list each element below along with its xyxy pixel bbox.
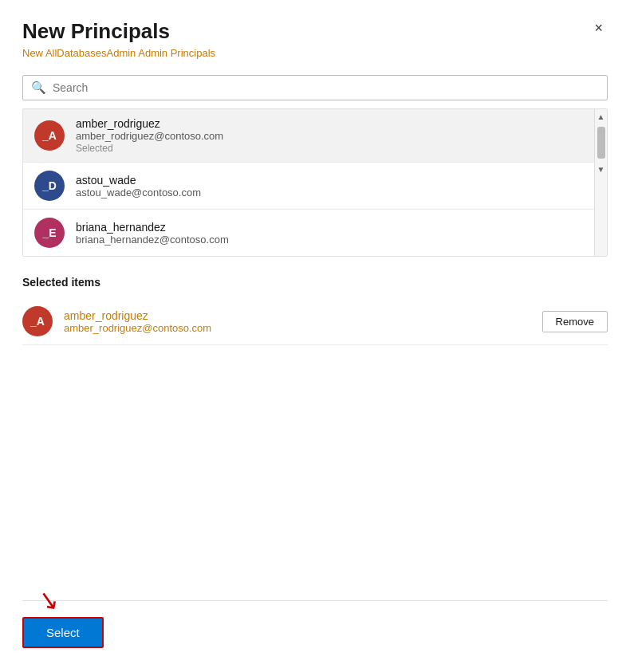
list-item[interactable]: _D astou_wade astou_wade@contoso.com bbox=[23, 163, 594, 210]
item-email: amber_rodriguez@contoso.com bbox=[76, 130, 223, 142]
dialog-header: New Principals × bbox=[22, 19, 608, 44]
list-item[interactable]: _A amber_rodriguez amber_rodriguez@conto… bbox=[23, 109, 594, 163]
item-info: astou_wade astou_wade@contoso.com bbox=[76, 174, 201, 198]
dialog-subtitle: New AllDatabasesAdmin Admin Principals bbox=[22, 47, 608, 59]
new-principals-dialog: New Principals × New AllDatabasesAdmin A… bbox=[0, 0, 630, 672]
item-name: briana_hernandez bbox=[76, 221, 229, 234]
arrow-container: ↘ Select bbox=[22, 617, 104, 648]
avatar: _E bbox=[34, 218, 65, 248]
dialog-title: New Principals bbox=[22, 19, 170, 44]
item-email: astou_wade@contoso.com bbox=[76, 187, 201, 198]
list-item[interactable]: _E briana_hernandez briana_hernandez@con… bbox=[23, 210, 594, 256]
scrollbar: ▲ ▼ bbox=[594, 109, 607, 256]
selected-section-title: Selected items bbox=[22, 276, 608, 289]
footer-area: ↘ Select bbox=[22, 600, 608, 648]
item-email: briana_hernandez@contoso.com bbox=[76, 234, 229, 246]
avatar: _A bbox=[34, 120, 65, 151]
list-inner: _A amber_rodriguez amber_rodriguez@conto… bbox=[23, 109, 594, 256]
item-info: amber_rodriguez amber_rodriguez@contoso.… bbox=[76, 117, 223, 154]
close-button[interactable]: × bbox=[589, 19, 608, 37]
remove-button[interactable]: Remove bbox=[542, 311, 608, 332]
search-box: 🔍 bbox=[22, 75, 608, 100]
scroll-down-arrow[interactable]: ▼ bbox=[595, 162, 608, 176]
avatar: _D bbox=[34, 171, 65, 201]
principals-list-container: ▲ ▼ _A amber_rodriguez amber_rodriguez@c… bbox=[22, 108, 608, 257]
avatar: _A bbox=[22, 306, 53, 336]
arrow-icon: ↘ bbox=[36, 584, 62, 617]
selected-item-row: _A amber_rodriguez amber_rodriguez@conto… bbox=[22, 298, 608, 345]
select-button[interactable]: Select bbox=[22, 617, 104, 648]
item-name: amber_rodriguez bbox=[76, 117, 223, 130]
selected-item-email: amber_rodriguez@contoso.com bbox=[64, 322, 533, 334]
selected-items-list: _A amber_rodriguez amber_rodriguez@conto… bbox=[22, 298, 608, 345]
search-input[interactable] bbox=[53, 81, 599, 94]
selected-item-name: amber_rodriguez bbox=[64, 309, 533, 322]
selected-item-info: amber_rodriguez amber_rodriguez@contoso.… bbox=[64, 309, 533, 334]
item-status: Selected bbox=[76, 143, 223, 154]
search-icon: 🔍 bbox=[31, 81, 46, 95]
item-info: briana_hernandez briana_hernandez@contos… bbox=[76, 221, 229, 246]
item-name: astou_wade bbox=[76, 174, 201, 187]
scroll-thumb[interactable] bbox=[597, 127, 605, 159]
scroll-up-arrow[interactable]: ▲ bbox=[595, 109, 608, 124]
